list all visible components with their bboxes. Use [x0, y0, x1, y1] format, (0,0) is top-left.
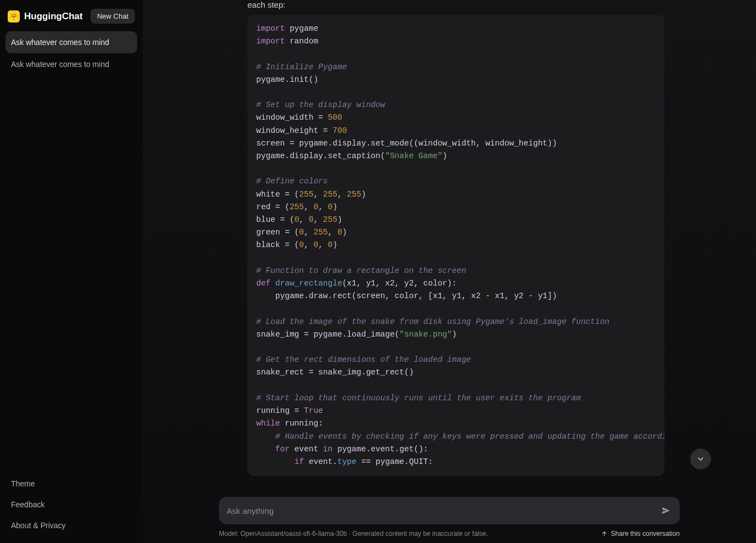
- composer: [219, 497, 680, 524]
- brand-name: HuggingChat: [24, 11, 83, 22]
- sidebar-footer: ThemeFeedbackAbout & Privacy: [5, 474, 137, 538]
- sidebar-footer-link[interactable]: Theme: [5, 474, 137, 494]
- share-label: Share this conversation: [611, 530, 680, 538]
- main-panel: each step: import pygame import random #…: [143, 0, 756, 543]
- chat-scroll[interactable]: each step: import pygame import random #…: [143, 0, 756, 543]
- composer-meta: Model: OpenAssistant/oasst-sft-6-llama-3…: [219, 530, 680, 538]
- model-disclaimer: Model: OpenAssistant/oasst-sft-6-llama-3…: [219, 530, 488, 538]
- send-icon: [661, 506, 671, 516]
- message-intro-text: each step:: [224, 0, 674, 15]
- conversation-item[interactable]: Ask whatever comes to mind: [5, 53, 137, 75]
- composer-input[interactable]: [227, 506, 657, 516]
- brand[interactable]: 🤗 HuggingChat: [8, 10, 83, 23]
- sidebar-header: 🤗 HuggingChat New Chat: [5, 5, 137, 31]
- conversation-item[interactable]: Ask whatever comes to mind: [5, 31, 137, 53]
- huggingface-icon: 🤗: [8, 10, 20, 23]
- send-button[interactable]: [657, 501, 675, 520]
- assistant-message: each step: import pygame import random #…: [224, 0, 674, 486]
- sidebar-footer-link[interactable]: Feedback: [5, 495, 137, 514]
- code-block: import pygame import random # Initialize…: [247, 15, 664, 476]
- composer-area: Model: OpenAssistant/oasst-sft-6-llama-3…: [143, 497, 756, 543]
- scroll-to-bottom-button[interactable]: [690, 449, 711, 469]
- new-chat-button[interactable]: New Chat: [91, 9, 135, 24]
- share-icon: [601, 530, 608, 538]
- share-conversation-link[interactable]: Share this conversation: [601, 530, 680, 538]
- sidebar-footer-link[interactable]: About & Privacy: [5, 516, 137, 535]
- chevron-down-icon: [696, 455, 705, 463]
- code-content: import pygame import random # Initialize…: [256, 23, 656, 468]
- conversation-list: Ask whatever comes to mindAsk whatever c…: [5, 31, 137, 474]
- sidebar: 🤗 HuggingChat New Chat Ask whatever come…: [0, 0, 143, 543]
